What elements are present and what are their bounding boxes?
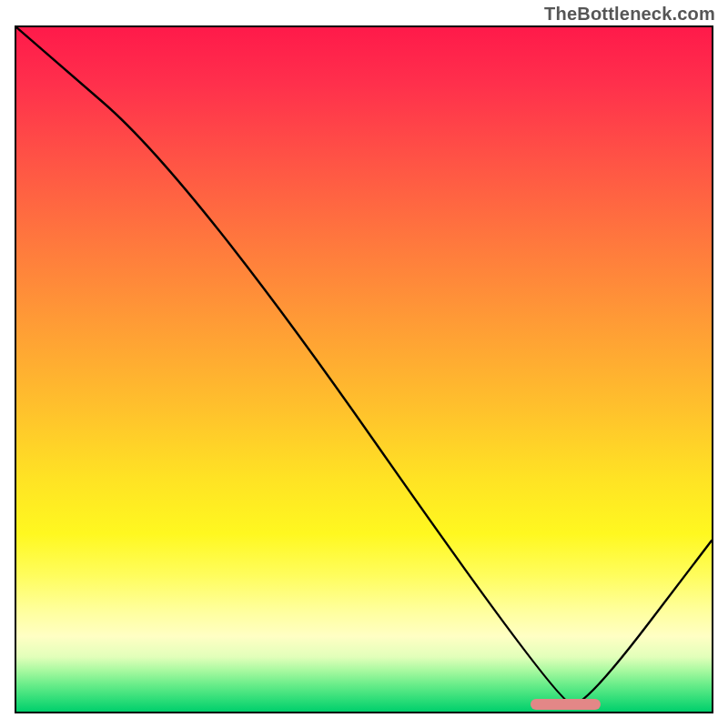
chart-container: TheBottleneck.com — [0, 0, 728, 728]
optimal-range-marker — [531, 699, 600, 710]
plot-area — [15, 25, 713, 713]
attribution-label: TheBottleneck.com — [544, 4, 715, 25]
bottleneck-curve — [16, 27, 712, 712]
